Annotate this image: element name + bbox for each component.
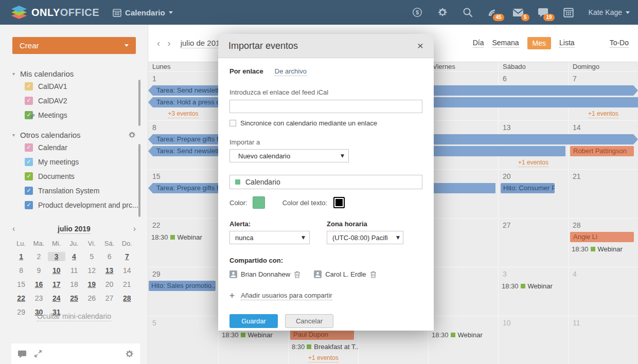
minical-day[interactable]: 4 <box>65 252 83 261</box>
minical-day[interactable]: 16 <box>30 280 47 289</box>
view-tab-lista[interactable]: Lista <box>559 39 575 48</box>
modal-tab-from-file[interactable]: De archivo <box>275 67 307 76</box>
day-cell[interactable] <box>428 219 498 267</box>
day-cell[interactable] <box>428 267 498 316</box>
add-users-link[interactable]: + Añadir usuarios para compartir <box>229 290 422 301</box>
calendar-checkbox[interactable]: ✓ <box>25 111 33 119</box>
calendar-checkbox[interactable]: ✓ <box>25 82 33 90</box>
day-cell[interactable]: 21 <box>568 170 638 218</box>
scrollbar-thumb[interactable] <box>138 80 140 126</box>
timed-event[interactable]: 8:30Breakfast at T... <box>289 341 358 353</box>
timezone-select[interactable]: (UTC-08:00) Pacifi ▼ <box>327 231 403 244</box>
minical-day[interactable]: 17 <box>48 280 65 289</box>
calendar-checkbox[interactable]: ✓ <box>25 158 33 166</box>
view-tab-todo[interactable]: To-Do <box>610 39 629 48</box>
calendar-checkbox[interactable]: ✓ <box>25 187 33 195</box>
calendar-checkbox[interactable]: ✓ <box>25 143 33 152</box>
view-tab-mes[interactable]: Mes <box>527 37 551 49</box>
day-cell[interactable]: 14Robert Pattingson <box>568 121 638 169</box>
modal-tab-by-link[interactable]: Por enlace <box>229 67 263 76</box>
sidebar-calendar-item[interactable]: ✓Calendar <box>0 140 148 155</box>
day-cell[interactable]: 29Hito: Sales promotio... <box>148 267 218 316</box>
onlyoffice-logo[interactable]: ONLYOFFICE <box>11 6 99 20</box>
scrollbar-thumb[interactable] <box>138 144 140 217</box>
sync-checkbox[interactable] <box>229 120 236 126</box>
sidebar-settings-button[interactable] <box>125 350 134 358</box>
payments-button[interactable]: $ <box>412 7 423 18</box>
user-menu[interactable]: Kate Kage <box>589 8 630 16</box>
more-events-link[interactable]: +1 eventos <box>588 110 618 118</box>
next-month-button[interactable]: › <box>164 38 174 49</box>
remove-user-button[interactable] <box>370 271 377 278</box>
mail-button[interactable]: 5 <box>512 7 524 18</box>
minical-day[interactable]: 22 <box>12 294 30 303</box>
day-cell[interactable] <box>428 121 498 169</box>
timed-event[interactable]: 18:30Webinar <box>569 244 638 255</box>
calendar-color-swatch[interactable] <box>253 196 265 209</box>
ical-link-input[interactable] <box>229 100 422 113</box>
minical-day[interactable]: 15 <box>12 280 30 289</box>
calendar-button[interactable] <box>563 7 574 18</box>
talk-mini-button[interactable] <box>17 350 27 358</box>
calendar-name-input[interactable]: Calendario <box>229 175 422 189</box>
milestone-event[interactable]: Hito: Consumer Pror... <box>501 183 555 193</box>
calendar-checkbox[interactable]: ✓ <box>25 172 33 180</box>
more-events-link[interactable]: +1 eventos <box>518 159 548 167</box>
minical-day[interactable]: 21 <box>118 280 136 289</box>
day-cell[interactable]: 8 <box>148 121 218 169</box>
day-cell[interactable]: 10 <box>498 316 568 364</box>
sidebar-calendar-item[interactable]: ✓Meetings <box>0 108 148 122</box>
search-button[interactable] <box>462 7 473 18</box>
prev-month-button[interactable]: ‹ <box>153 38 164 49</box>
minical-day[interactable]: 24 <box>48 294 65 303</box>
minical-day[interactable]: 10 <box>48 266 65 275</box>
settings-button[interactable] <box>437 7 448 18</box>
day-cell[interactable]: 6 <box>498 72 568 120</box>
day-cell[interactable]: 11 <box>568 316 638 364</box>
day-cell[interactable]: 15 <box>148 170 218 218</box>
calendar-checkbox[interactable]: ✓ <box>25 201 33 209</box>
feed-button[interactable]: 45 <box>487 7 499 18</box>
save-button[interactable]: Guardar <box>229 314 278 328</box>
minical-prev-button[interactable]: ‹ <box>12 224 25 233</box>
minical-day[interactable]: 1 <box>12 252 30 261</box>
person-event[interactable]: Paul Dupon <box>290 330 354 340</box>
import-to-select[interactable]: Nuevo calendario ▼ <box>229 149 349 162</box>
minical-day[interactable]: 18 <box>65 280 83 289</box>
day-cell[interactable]: 1+3 eventos <box>148 72 218 120</box>
minical-day[interactable]: 5 <box>83 252 100 261</box>
collapse-triangle-icon[interactable]: ▾ <box>12 71 15 77</box>
minical-day[interactable]: 7 <box>118 252 136 261</box>
month-title[interactable]: julio de 2019 <box>181 39 224 48</box>
sidebar-calendar-item[interactable]: ✓CalDAV1 <box>0 79 148 94</box>
timed-event[interactable]: 18:30Webinar <box>219 330 288 341</box>
minical-day[interactable]: 6 <box>100 252 118 261</box>
talk-button[interactable]: 19 <box>538 7 549 18</box>
sidebar-calendar-item[interactable]: ✓CalDAV2 <box>0 94 148 108</box>
day-cell[interactable]: 20Hito: Consumer Pror... <box>498 170 568 218</box>
create-button[interactable]: Crear <box>12 37 136 54</box>
minical-day[interactable]: 26 <box>83 294 100 303</box>
day-cell[interactable]: 5 <box>148 316 218 364</box>
sidebar-calendar-item[interactable]: ✓My meetings <box>0 155 148 169</box>
day-cell[interactable]: 318:30Webinar <box>498 267 568 316</box>
day-cell[interactable]: 28Angie Li18:30Webinar <box>568 219 638 267</box>
minical-day[interactable]: 11 <box>65 266 83 275</box>
person-event[interactable]: Angie Li <box>570 232 634 242</box>
minical-day[interactable]: 13 <box>100 266 118 275</box>
minical-day[interactable]: 8 <box>12 266 30 275</box>
minical-day[interactable]: 23 <box>30 294 47 303</box>
minical-day[interactable]: 3 <box>48 252 65 261</box>
day-cell[interactable]: 2218:30Webinar <box>148 219 218 267</box>
day-cell[interactable]: 27 <box>498 219 568 267</box>
close-icon[interactable]: × <box>417 41 423 51</box>
sidebar-calendar-item[interactable]: ✓Documents <box>0 169 148 184</box>
timed-event[interactable]: 18:30Webinar <box>429 330 498 341</box>
view-tab-semana[interactable]: Semana <box>492 39 519 48</box>
hide-minical-link[interactable]: Ocultar mini-calendario <box>37 312 111 321</box>
day-cell[interactable]: 18:30Webinar <box>428 316 498 364</box>
day-cell[interactable]: 18:30Webinar <box>428 170 498 218</box>
module-switcher[interactable]: Calendario <box>113 8 173 17</box>
more-events-link[interactable]: +3 eventos <box>168 110 198 118</box>
calendar-checkbox[interactable]: ✓ <box>25 97 33 105</box>
